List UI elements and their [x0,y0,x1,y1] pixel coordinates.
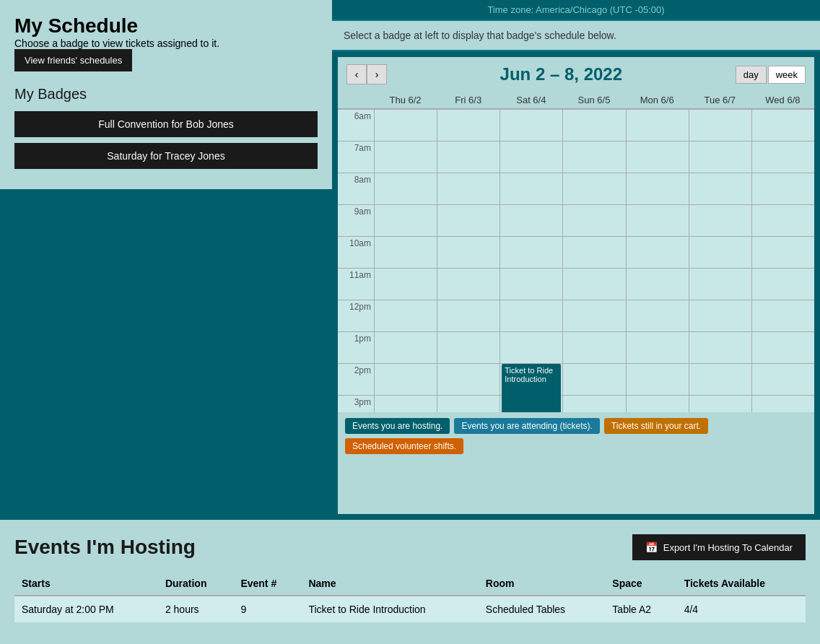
calendar-cell [437,173,500,204]
calendar-cell [374,236,437,268]
badge-button-bob[interactable]: Full Convention for Bob Jones [14,111,318,137]
time-label: 6am [338,109,374,141]
time-label: 3pm [338,395,374,412]
calendar-cell [626,268,689,300]
calendar-cell [437,236,500,268]
day-header-sun: Sun 6/5 [562,92,625,108]
event-block[interactable]: Ticket to Ride Introduction [502,364,561,412]
hosting-table-body: Saturday at 2:00 PM2 hours9Ticket to Rid… [14,596,806,622]
legend-cart: Tickets still in your cart. [604,418,708,434]
calendar-cell [374,395,437,412]
calendar-cell [562,236,625,268]
calendar-cell [626,300,689,331]
calendar-cell [689,268,751,300]
export-btn-label: Export I'm Hosting To Calendar [663,542,793,553]
day-header-tue: Tue 6/7 [689,92,751,108]
legend-volunteer: Scheduled volunteer shifts. [345,438,463,454]
time-label: 12pm [338,300,374,331]
col-tickets: Tickets Available [677,572,806,596]
calendar-cell [562,395,625,412]
calendar-icon: 📅 [645,541,658,553]
timezone-bar: Time zone: America/Chicago (UTC -05:00) [332,0,820,21]
calendar-cell [437,395,500,412]
calendar-cell [437,204,500,236]
calendar-cell [689,236,751,268]
calendar-prev-button[interactable]: ‹ [346,64,367,84]
table-header-row: Starts Duration Event # Name Room Space … [14,572,806,596]
time-label: 9am [338,204,374,236]
calendar-body: 6am7am8am9am10am11am12pm1pm2pmTicket to … [338,109,814,412]
badge-button-tracey[interactable]: Saturday for Tracey Jones [14,143,318,169]
calendar-cell [689,204,751,236]
calendar-cell [374,141,437,173]
time-label: 2pm [338,363,374,395]
calendar-date-range: Jun 2 – 8, 2022 [387,64,736,84]
calendar-cell [374,109,437,141]
time-label: 10am [338,236,374,268]
calendar-cell [751,173,814,204]
calendar-cell [500,204,562,236]
table-cell-name: Ticket to Ride Introduction [301,596,478,622]
time-col-header [338,92,374,108]
calendar-cell [689,141,751,173]
calendar-cell [562,141,625,173]
col-space: Space [605,572,676,596]
calendar-cell [374,268,437,300]
calendar-cell [689,173,751,204]
calendar-cell [500,173,562,204]
calendar-cell [626,173,689,204]
calendar-container: ‹ › Jun 2 – 8, 2022 day week Thu 6/2 Fri… [338,57,814,514]
table-cell-room: Scheduled Tables [479,596,606,622]
left-bottom-panel [0,189,332,520]
calendar-cell [562,300,625,331]
calendar-day-view-button[interactable]: day [736,66,767,84]
calendar-cell [437,109,500,141]
table-cell-space: Table A2 [605,596,676,622]
table-cell-starts: Saturday at 2:00 PM [14,596,158,622]
bottom-section: Events I'm Hosting 📅 Export I'm Hosting … [0,520,820,644]
calendar-cell [689,331,751,363]
col-duration: Duration [158,572,234,596]
legend-hosting: Events you are hosting. [345,418,450,434]
hosting-table: Starts Duration Event # Name Room Space … [14,572,806,622]
calendar-cell [437,300,500,331]
day-header-sat: Sat 6/4 [500,92,562,108]
page-subtitle: Choose a badge to view tickets assigned … [14,38,318,49]
calendar-cell [751,331,814,363]
time-label: 8am [338,173,374,204]
col-name: Name [301,572,478,596]
col-event-num: Event # [233,572,301,596]
calendar-week-view-button[interactable]: week [768,66,806,84]
calendar-cell [562,363,625,395]
calendar-cell [626,109,689,141]
calendar-cell [437,331,500,363]
view-friends-button[interactable]: View friends' schedules [14,49,132,71]
day-header-fri: Fri 6/3 [437,92,500,108]
calendar-cell [374,300,437,331]
hosting-header: Events I'm Hosting 📅 Export I'm Hosting … [14,534,806,560]
calendar-cell [500,268,562,300]
my-badges-heading: My Badges [14,86,318,103]
calendar-days-header: Thu 6/2 Fri 6/3 Sat 6/4 Sun 6/5 Mon 6/6 … [338,92,814,109]
calendar-cell [562,204,625,236]
calendar-header: ‹ › Jun 2 – 8, 2022 day week [338,57,814,92]
calendar-cell [374,204,437,236]
calendar-cell [500,236,562,268]
calendar-cell [562,268,625,300]
table-cell-duration: 2 hours [158,596,234,622]
legend-bar: Events you are hosting. Events you are a… [338,412,814,460]
calendar-cell [437,363,500,395]
calendar-cell [751,268,814,300]
calendar-cell [626,331,689,363]
calendar-cell [626,236,689,268]
export-hosting-button[interactable]: 📅 Export I'm Hosting To Calendar [632,534,806,560]
calendar-cell [500,141,562,173]
calendar-next-button[interactable]: › [367,64,387,84]
calendar-cell [374,363,437,395]
table-row: Saturday at 2:00 PM2 hours9Ticket to Rid… [14,596,806,622]
calendar-cell [751,109,814,141]
calendar-cell [374,331,437,363]
calendar-cell [562,173,625,204]
calendar-cell [689,300,751,331]
time-label: 7am [338,141,374,173]
